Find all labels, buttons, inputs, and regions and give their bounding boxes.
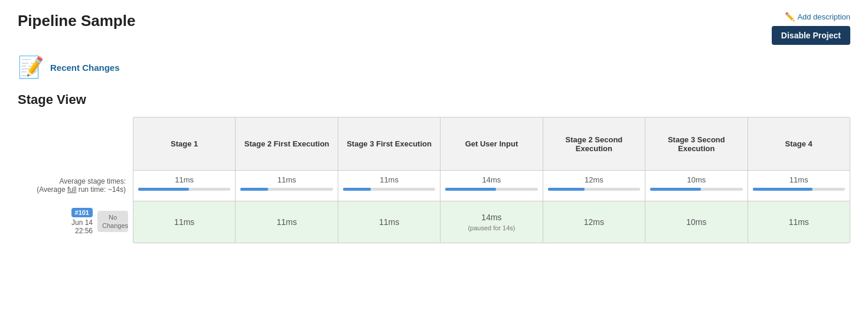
stage-col-7: Stage 411ms11ms (748, 118, 850, 243)
stage-cell-7: 11ms (748, 201, 850, 243)
run-label-row: #101 Jun 14 22:56 No Changes (18, 201, 133, 242)
stage-view-title: Stage View (18, 92, 850, 107)
run-date-line1: Jun 14 (71, 218, 93, 227)
pencil-icon: ✏️ (785, 12, 795, 21)
stage-col-4: Get User Input14ms14ms(paused for 14s) (440, 118, 543, 243)
avg-val-1: 11ms (175, 175, 194, 184)
progress-bar-3 (343, 188, 435, 191)
stage-header-5: Stage 2 Second Execution (543, 118, 645, 171)
stage-col-3: Stage 3 First Execution11ms11ms (338, 118, 440, 243)
avg-times-label: Average stage times: (Average full run t… (18, 170, 133, 201)
cell-time-5: 12ms (584, 217, 604, 227)
stage-avg-6: 10ms (645, 171, 747, 201)
cell-time-4: 14ms (481, 213, 501, 222)
stage-cell-2: 11ms (236, 201, 337, 243)
stage-avg-1: 11ms (133, 171, 235, 201)
cell-time-1: 11ms (174, 217, 194, 227)
stage-col-6: Stage 3 Second Execution10ms10ms (645, 118, 748, 243)
add-description-button[interactable]: ✏️ Add description (785, 12, 850, 21)
avg-val-2: 11ms (278, 175, 296, 184)
disable-project-button[interactable]: Disable Project (772, 26, 850, 45)
avg-val-3: 11ms (380, 175, 399, 184)
cell-time-7: 11ms (789, 217, 809, 227)
stage-header-2: Stage 2 First Execution (236, 118, 337, 171)
recent-changes-link[interactable]: Recent Changes (50, 63, 120, 73)
stage-avg-5: 12ms (543, 171, 645, 201)
progress-bar-4 (445, 188, 537, 191)
progress-bar-1 (138, 188, 230, 191)
stage-header-7: Stage 4 (748, 118, 850, 171)
stage-cell-1: 11ms (133, 201, 235, 243)
stage-col-5: Stage 2 Second Execution12ms12ms (543, 118, 645, 243)
stage-header-3: Stage 3 First Execution (338, 118, 440, 171)
stage-col-1: Stage 111ms11ms (133, 118, 236, 243)
page-title: Pipeline Sample (18, 12, 135, 30)
stage-cell-3: 11ms (338, 201, 440, 243)
header-actions: ✏️ Add description Disable Project (772, 12, 850, 45)
stage-avg-4: 14ms (440, 171, 542, 201)
cell-note-4: (paused for 14s) (468, 224, 515, 231)
stage-cell-4: 14ms(paused for 14s) (440, 201, 542, 243)
run-date-line2: 22:56 (75, 227, 93, 235)
progress-bar-5 (548, 188, 640, 191)
stage-header-6: Stage 3 Second Execution (645, 118, 747, 171)
stage-cell-5: 12ms (543, 201, 645, 243)
no-changes-badge: No Changes (97, 211, 128, 233)
progress-bar-6 (650, 188, 742, 191)
stage-cell-6: 10ms (645, 201, 747, 243)
stage-avg-3: 11ms (338, 171, 440, 201)
recent-changes-row: 📝 Recent Changes (18, 57, 850, 78)
run-badge: #101 (71, 208, 93, 217)
stage-table-container: Average stage times: (Average full run t… (18, 117, 850, 243)
notebook-icon: 📝 (18, 57, 44, 78)
left-labels: Average stage times: (Average full run t… (18, 117, 133, 243)
cell-time-3: 11ms (379, 217, 399, 227)
cell-time-6: 10ms (686, 217, 706, 227)
avg-val-4: 14ms (482, 175, 501, 184)
stage-avg-7: 11ms (748, 171, 850, 201)
avg-val-5: 12ms (585, 175, 603, 184)
stage-header-4: Get User Input (440, 118, 542, 171)
avg-val-6: 10ms (687, 175, 706, 184)
progress-bar-7 (753, 188, 845, 191)
stage-avg-2: 11ms (236, 171, 337, 201)
stage-header-1: Stage 1 (133, 118, 235, 171)
avg-val-7: 11ms (789, 175, 808, 184)
stage-grid: Stage 111ms11msStage 2 First Execution11… (133, 117, 850, 243)
progress-bar-2 (240, 188, 332, 191)
stage-col-2: Stage 2 First Execution11ms11ms (236, 118, 338, 243)
cell-time-2: 11ms (277, 217, 297, 227)
